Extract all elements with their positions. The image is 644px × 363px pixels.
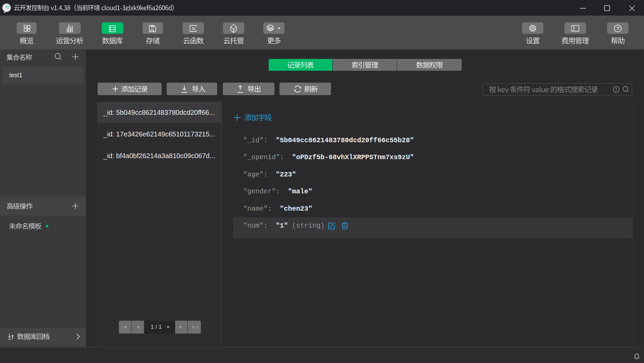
svg-text:?: ? [617,26,620,31]
svg-text:fx: fx [192,26,196,31]
